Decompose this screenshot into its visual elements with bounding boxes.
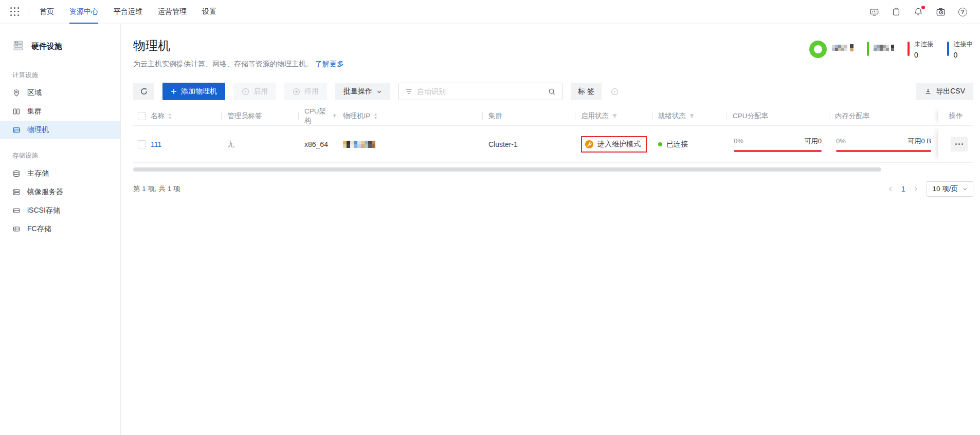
row-more-actions-button[interactable] <box>951 137 968 152</box>
column-header-admin-tag: 管理员标签 <box>221 107 298 125</box>
host-name-link[interactable]: 111 <box>151 140 161 148</box>
nav-item-settings[interactable]: 设置 <box>202 0 216 24</box>
cell-ready-state: 已连接 <box>652 126 727 162</box>
filter-funnel-icon[interactable] <box>332 114 337 119</box>
next-page-icon[interactable] <box>913 186 919 192</box>
image-server-icon <box>12 188 21 196</box>
sidebar-item-zone[interactable]: 区域 <box>0 84 120 102</box>
host-total-widget <box>809 41 853 58</box>
cell-enable-state: 进入维护模式 <box>575 126 652 162</box>
fc-storage-icon <box>12 225 21 233</box>
hosts-table: 名称 管理员标签 CPU架构 物理机IP 集群 启用状 <box>133 107 973 163</box>
add-host-button[interactable]: 添加物理机 <box>162 83 225 100</box>
sidebar-item-image-server[interactable]: 镜像服务器 <box>0 183 120 201</box>
nav-item-operation-mgmt[interactable]: 运营管理 <box>158 0 187 24</box>
learn-more-link[interactable]: 了解更多 <box>315 60 344 68</box>
info-icon[interactable] <box>611 88 619 96</box>
redacted-ip-mosaic <box>343 141 375 148</box>
sidebar-title: 硬件设施 <box>31 42 62 51</box>
primary-storage-icon <box>12 169 21 178</box>
toolbar: 添加物理机 启用 停用 批量操作 <box>133 83 973 100</box>
host-status-widgets: 未连接 0 连接中 0 <box>809 41 973 59</box>
cell-cluster: Cluster-1 <box>482 126 575 162</box>
operation-log-icon[interactable] <box>935 7 946 17</box>
items-summary: 第 1 项, 共 1 项 <box>133 184 180 194</box>
scrollbar-thumb[interactable] <box>133 167 881 172</box>
column-header-actions: 操作 <box>938 107 973 125</box>
stat-connecting: 连接中 0 <box>947 41 973 59</box>
column-header-mem-allocation: 内存分配率 <box>829 107 938 125</box>
hardware-facility-icon <box>12 40 24 53</box>
enable-button[interactable]: 启用 <box>233 83 276 100</box>
column-header-cpu-arch: CPU架构 <box>298 107 337 125</box>
tag-button[interactable]: 标 签 <box>571 83 602 100</box>
header-checkbox-cell <box>133 107 151 125</box>
help-icon[interactable]: ? <box>957 7 968 17</box>
cluster-icon <box>12 107 21 116</box>
list-footer: 第 1 项, 共 1 项 1 10 项/页 <box>133 181 973 197</box>
maintenance-wrench-icon <box>585 140 593 148</box>
connecting-bar <box>947 42 949 56</box>
host-server-icon <box>12 126 21 134</box>
chevron-down-icon <box>376 89 382 94</box>
console-monitor-icon[interactable] <box>869 7 879 17</box>
notifications-bell-icon[interactable] <box>913 7 923 17</box>
export-csv-button[interactable]: 导出CSV <box>916 83 973 100</box>
filter-funnel-icon[interactable] <box>689 114 695 119</box>
maintenance-highlight-box[interactable]: 进入维护模式 <box>581 136 647 153</box>
row-checkbox-cell <box>133 126 151 162</box>
page-size-select[interactable]: 10 项/页 <box>927 181 973 197</box>
column-header-ready-state: 就绪状态 <box>652 107 727 125</box>
nav-item-home[interactable]: 首页 <box>40 0 54 24</box>
disable-button[interactable]: 停用 <box>284 83 327 100</box>
column-header-enable-state: 启用状态 <box>575 107 652 125</box>
sidebar-item-iscsi-storage[interactable]: iSCSI存储 <box>0 201 120 220</box>
cpu-available: 可用0 <box>805 137 822 146</box>
nav-item-resource-center[interactable]: 资源中心 <box>69 0 98 24</box>
cpu-allocation-bar <box>734 150 822 152</box>
page-number[interactable]: 1 <box>901 185 905 193</box>
cell-admin-tag: 无 <box>221 126 298 162</box>
tasks-clipboard-icon[interactable] <box>891 7 901 17</box>
select-all-checkbox[interactable] <box>138 112 146 120</box>
sort-icon[interactable] <box>168 113 172 120</box>
disconnected-bar <box>908 42 910 56</box>
refresh-button[interactable] <box>133 83 154 100</box>
redacted-connected-label <box>874 45 889 51</box>
prev-page-icon[interactable] <box>887 186 894 192</box>
cell-actions <box>938 126 973 162</box>
mem-used-percent: 0% <box>836 137 846 145</box>
connected-bar <box>867 42 869 56</box>
mem-available: 可用0 B <box>908 137 931 146</box>
search-input[interactable] <box>417 87 543 96</box>
refresh-icon <box>140 87 148 96</box>
notification-badge <box>921 6 925 9</box>
redacted-hosts-label <box>832 45 847 51</box>
column-header-cluster: 集群 <box>482 107 575 125</box>
table-header-row: 名称 管理员标签 CPU架构 物理机IP 集群 启用状 <box>133 107 973 126</box>
table-row: 111 无 x86_64 Cluster-1 进入维护模式 <box>133 126 973 163</box>
sidebar-item-cluster[interactable]: 集群 <box>0 102 120 121</box>
row-checkbox[interactable] <box>138 140 146 148</box>
apps-grid-icon[interactable] <box>10 7 20 16</box>
search-box <box>398 83 562 100</box>
search-icon <box>548 88 556 96</box>
horizontal-scrollbar <box>133 167 973 172</box>
stop-circle-icon <box>293 88 300 96</box>
zone-pin-icon <box>12 89 21 97</box>
download-icon <box>924 88 932 95</box>
cpu-used-percent: 0% <box>734 137 743 145</box>
auto-detect-filter-icon <box>405 88 412 94</box>
cell-host-ip <box>337 126 482 162</box>
sidebar-item-physical-machine[interactable]: 物理机 <box>0 121 120 139</box>
sidebar-item-primary-storage[interactable]: 主存储 <box>0 164 120 183</box>
sidebar-section-compute: 计算设施 <box>0 71 120 80</box>
batch-actions-button[interactable]: 批量操作 <box>335 83 390 100</box>
filter-funnel-icon[interactable] <box>612 114 618 119</box>
cell-mem-allocation: 0% 可用0 B <box>829 137 938 152</box>
sort-icon[interactable] <box>373 113 378 120</box>
nav-right-icons: ? <box>869 0 968 24</box>
sidebar-item-fc-storage[interactable]: FC存储 <box>0 220 120 238</box>
top-nav: 首页 资源中心 平台运维 运营管理 设置 ? <box>0 0 980 24</box>
nav-item-platform-ops[interactable]: 平台运维 <box>114 0 142 24</box>
